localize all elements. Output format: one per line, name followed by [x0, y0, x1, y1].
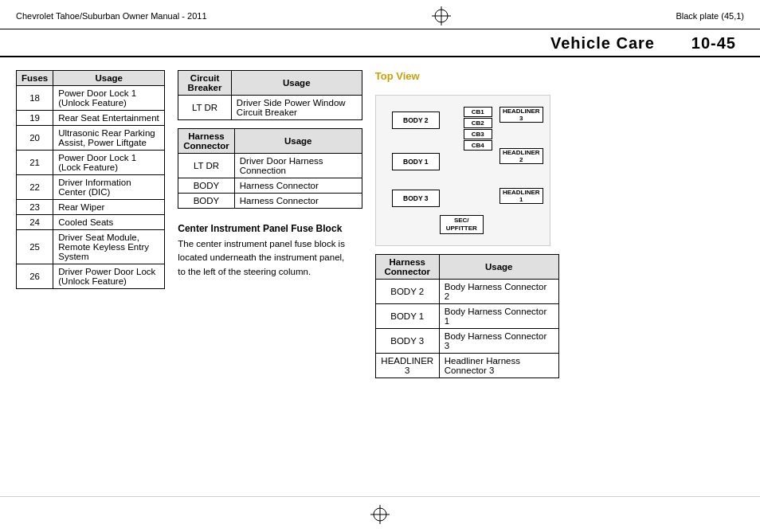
cb-group: CB1 CB2 CB3 CB4 — [464, 107, 492, 151]
body2-box: BODY 2 — [392, 111, 440, 129]
section-name: Vehicle Care — [550, 34, 655, 52]
footer-crosshair-icon — [370, 505, 390, 524]
circuit-col-header: Circuit Breaker — [178, 71, 232, 96]
harness-top-table: Harness Connector Usage LT DRDriver Door… — [178, 128, 362, 209]
cb2-box: CB2 — [464, 118, 492, 128]
fuse-table-section: Fuses Usage 18Power Door Lock 1 (Unlock … — [16, 70, 165, 378]
harness-top-usage: Harness Connector — [234, 178, 362, 194]
diagram-inner: BODY 2 BODY 1 BODY 3 CB1 CB2 CB3 CB4 — [376, 96, 550, 245]
harness-bottom-connector: HEADLINER 3 — [375, 354, 439, 378]
fuse-number: 26 — [17, 264, 53, 289]
page-title-area: Vehicle Care 10-45 — [0, 29, 760, 57]
fuse-table-row: 26Driver Power Door Lock (Unlock Feature… — [17, 264, 165, 289]
body3-label: BODY 3 — [403, 194, 429, 202]
harness-bottom-table-row: BODY 3Body Harness Connector 3 — [375, 329, 558, 354]
harness-top-table-row: BODYHarness Connector — [178, 194, 362, 209]
harness-bottom-usage: Body Harness Connector 1 — [439, 304, 558, 329]
fuse-usage: Rear Wiper — [53, 200, 165, 215]
harness-bottom-connector: BODY 1 — [375, 304, 439, 329]
fuse-col-header: Fuses — [17, 71, 53, 86]
fuse-usage: Cooled Seats — [53, 215, 165, 230]
body2-label: BODY 2 — [403, 116, 429, 124]
headliner3-label: HEADLINER 3 — [500, 108, 543, 122]
header-left: Chevrolet Tahoe/Suburban Owner Manual - … — [16, 11, 207, 21]
right-section: Top View BODY 2 BODY 1 BODY 3 CB1 — [375, 70, 559, 378]
sec-box: SEC/ UPFITTER — [440, 215, 484, 234]
harness-bottom-usage: Body Harness Connector 3 — [439, 329, 558, 354]
harness-bottom-usage: Body Harness Connector 2 — [439, 280, 558, 304]
harness-bottom-table-row: BODY 1Body Harness Connector 1 — [375, 304, 558, 329]
center-block-text: The center instrument panel fuse block i… — [178, 237, 345, 279]
fuse-table-row: 24Cooled Seats — [17, 215, 165, 230]
fuse-usage: Driver Information Center (DIC) — [53, 175, 165, 200]
fuse-number: 22 — [17, 175, 53, 200]
center-block: Center Instrument Panel Fuse Block The c… — [178, 223, 362, 279]
circuit-breaker-table: Circuit Breaker Usage LT DRDriver Side P… — [178, 70, 362, 120]
usage-col-header: Usage — [53, 71, 165, 86]
harness-bottom-connector: BODY 3 — [375, 329, 439, 354]
fuse-table: Fuses Usage 18Power Door Lock 1 (Unlock … — [16, 70, 165, 289]
circuit-usage-header: Usage — [231, 71, 362, 96]
fuse-usage: Driver Power Door Lock (Unlock Feature) — [53, 264, 165, 289]
page-footer — [0, 496, 760, 532]
fuse-usage: Ultrasonic Rear Parking Assist, Power Li… — [53, 126, 165, 151]
sec-label: SEC/ UPFITTER — [441, 217, 483, 232]
circuit-usage: Driver Side Power Window Circuit Breaker — [231, 96, 362, 120]
cb3-box: CB3 — [464, 129, 492, 139]
circuit-breaker-id: LT DR — [178, 96, 232, 120]
harness-top-usage: Driver Door Harness Connection — [234, 154, 362, 178]
fuse-number: 20 — [17, 126, 53, 151]
harness-top-header-row: Harness Connector Usage — [178, 129, 362, 154]
fuse-usage: Rear Seat Entertainment — [53, 111, 165, 126]
main-content: Fuses Usage 18Power Door Lock 1 (Unlock … — [0, 57, 760, 386]
fuse-number: 24 — [17, 215, 53, 230]
fuse-table-row: 21Power Door Lock 1 (Lock Feature) — [17, 151, 165, 175]
fuse-table-row: 20Ultrasonic Rear Parking Assist, Power … — [17, 126, 165, 151]
headliner2-label: HEADLINER 2 — [500, 149, 543, 163]
harness-bottom-header-row: Harness Connector Usage — [375, 255, 558, 280]
harness-bottom-table-row: HEADLINER 3Headliner Harness Connector 3 — [375, 354, 558, 378]
harness-bottom-table: Harness Connector Usage BODY 2Body Harne… — [375, 254, 559, 378]
fuse-usage: Driver Seat Module, Remote Keyless Entry… — [53, 230, 165, 264]
fuse-table-row: 22Driver Information Center (DIC) — [17, 175, 165, 200]
harness-top-col1-header: Harness Connector — [178, 129, 235, 154]
fuse-number: 25 — [17, 230, 53, 264]
center-block-title: Center Instrument Panel Fuse Block — [178, 223, 362, 234]
harness-top-table-row: BODYHarness Connector — [178, 178, 362, 194]
header-manual-title: Chevrolet Tahoe/Suburban Owner Manual - … — [16, 11, 207, 21]
headliner3-box: HEADLINER 3 — [499, 107, 543, 123]
harness-top-connector: BODY — [178, 194, 235, 209]
harness-top-connector: BODY — [178, 178, 235, 194]
fuse-number: 23 — [17, 200, 53, 215]
headliner1-label: HEADLINER 1 — [500, 189, 543, 203]
cb1-box: CB1 — [464, 107, 492, 117]
harness-bottom-col2-header: Usage — [439, 255, 558, 280]
fuse-usage: Power Door Lock 1 (Unlock Feature) — [53, 86, 165, 111]
harness-bottom-connector: BODY 2 — [375, 280, 439, 304]
harness-top-usage: Harness Connector — [234, 194, 362, 209]
circuit-header-row: Circuit Breaker Usage — [178, 71, 362, 96]
harness-bottom-col1-header: Harness Connector — [375, 255, 439, 280]
headliner1-box: HEADLINER 1 — [499, 188, 543, 204]
body3-box: BODY 3 — [392, 190, 440, 207]
top-view-diagram: BODY 2 BODY 1 BODY 3 CB1 CB2 CB3 CB4 — [375, 95, 550, 246]
harness-bottom-usage: Headliner Harness Connector 3 — [439, 354, 558, 378]
harness-top-col2-header: Usage — [234, 129, 362, 154]
cb4-box: CB4 — [464, 140, 492, 151]
harness-top-connector: LT DR — [178, 154, 235, 178]
header-right: Black plate (45,1) — [676, 11, 744, 21]
fuse-table-row: 19Rear Seat Entertainment — [17, 111, 165, 126]
header-center — [432, 6, 451, 25]
header-plate: Black plate (45,1) — [676, 11, 744, 21]
body1-label: BODY 1 — [403, 158, 429, 166]
fuse-usage: Power Door Lock 1 (Lock Feature) — [53, 151, 165, 175]
fuse-number: 18 — [17, 86, 53, 111]
page-number: 10-45 — [691, 34, 736, 52]
circuit-table-row: LT DRDriver Side Power Window Circuit Br… — [178, 96, 362, 120]
headliner2-box: HEADLINER 2 — [499, 148, 543, 164]
fuse-table-row: 25Driver Seat Module, Remote Keyless Ent… — [17, 230, 165, 264]
fuse-table-header-row: Fuses Usage — [17, 71, 165, 86]
fuse-number: 21 — [17, 151, 53, 175]
fuse-table-row: 23Rear Wiper — [17, 200, 165, 215]
top-view-label: Top View — [375, 70, 559, 82]
